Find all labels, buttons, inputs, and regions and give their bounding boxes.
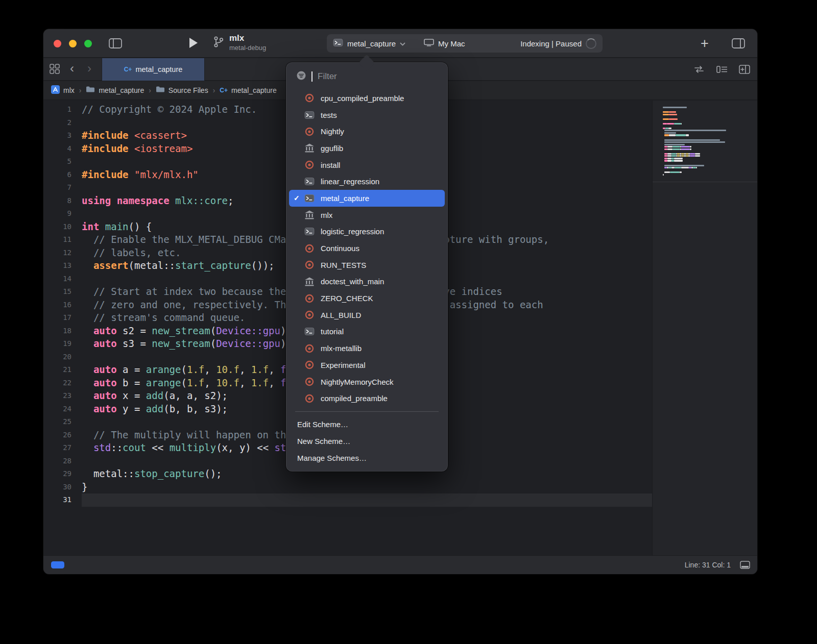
line-number[interactable]: 24 (43, 403, 71, 416)
line-number[interactable]: 6 (43, 168, 71, 182)
target-icon (304, 127, 315, 137)
line-number[interactable]: 21 (43, 363, 71, 377)
scheme-item-tests[interactable]: tests (289, 107, 445, 123)
toggle-navigator-icon[interactable] (109, 38, 122, 48)
scheme-item-label: cpu_compiled_preamble (321, 94, 404, 103)
scheme-item-label: mlx (321, 211, 332, 219)
scheme-item-compiled_preamble[interactable]: compiled_preamble (289, 390, 445, 407)
line-number[interactable]: 9 (43, 207, 71, 220)
line-number[interactable]: 23 (43, 389, 71, 403)
code-token: , (204, 364, 216, 375)
editor-bars-toggle-icon[interactable] (740, 561, 750, 569)
add-editor-icon[interactable] (739, 65, 750, 74)
line-number[interactable]: 8 (43, 194, 71, 208)
scheme-item-doctest_with_main[interactable]: doctest_with_main (289, 274, 445, 290)
line-number[interactable]: 18 (43, 325, 71, 338)
go-forward-button[interactable]: › (87, 61, 91, 76)
line-number[interactable]: 29 (43, 467, 71, 481)
breadcrumb-file[interactable]: C+ metal_capture (220, 86, 276, 94)
zoom-window-button[interactable] (84, 40, 92, 47)
line-number[interactable]: 22 (43, 377, 71, 390)
line-number[interactable]: 26 (43, 429, 71, 442)
breadcrumb-project[interactable]: mlx (51, 85, 75, 96)
line-number[interactable]: 28 (43, 455, 71, 468)
editor-options-icon[interactable] (716, 65, 728, 73)
indexing-status[interactable]: Indexing | Paused (520, 39, 582, 48)
breadcrumb-group-source-files[interactable]: Source Files (156, 86, 208, 95)
scheme-item-install[interactable]: install (289, 157, 445, 174)
menu-item-manage-schemes-[interactable]: Manage Schemes… (286, 450, 448, 466)
line-number[interactable]: 7 (43, 181, 71, 194)
line-number[interactable]: 12 (43, 246, 71, 260)
line-number[interactable]: 30 (43, 481, 71, 494)
code-token: (metal:: (129, 260, 176, 271)
line-number[interactable]: 4 (43, 142, 71, 156)
line-number[interactable]: 2 (43, 116, 71, 130)
line-number[interactable]: 27 (43, 441, 71, 455)
chevron-down-icon[interactable] (400, 39, 405, 48)
scheme-item-Experimental[interactable]: Experimental (289, 357, 445, 374)
executable-icon (304, 328, 315, 335)
code-line[interactable]: } (82, 481, 652, 494)
scheme-item-gguflib[interactable]: gguflib (289, 140, 445, 157)
minimap[interactable] (652, 101, 757, 555)
window-title: mlx (229, 33, 266, 43)
code-review-icon[interactable] (693, 65, 705, 73)
line-number[interactable]: 20 (43, 351, 71, 364)
run-button[interactable] (189, 38, 198, 48)
line-number[interactable]: 14 (43, 273, 71, 286)
scheme-item-cpu_compiled_preamble[interactable]: cpu_compiled_preamble (289, 90, 445, 107)
scheme-item-label: metal_capture (321, 194, 369, 203)
code-token: auto (93, 325, 117, 336)
scheme-item-metal_capture[interactable]: ✓metal_capture (289, 190, 445, 207)
desktop: { "colors": { "accent_blue": "#3e71e2", … (0, 0, 817, 644)
scheme-item-ALL_BUILD[interactable]: ALL_BUILD (289, 307, 445, 324)
line-number[interactable]: 5 (43, 155, 71, 168)
scheme-item-label: Nightly (321, 127, 344, 136)
destination-selector[interactable]: My Mac (438, 39, 465, 48)
code-token: #include (82, 130, 129, 141)
menu-item-new-scheme-[interactable]: New Scheme… (286, 433, 448, 450)
code-token: Device::gpu (216, 338, 280, 349)
scheme-item-tutorial[interactable]: tutorial (289, 324, 445, 340)
line-number[interactable]: 11 (43, 233, 71, 246)
scheme-selector[interactable]: metal_capture (347, 39, 396, 48)
scheme-item-Nightly[interactable]: Nightly (289, 123, 445, 140)
add-button[interactable]: + (696, 35, 713, 52)
close-window-button[interactable] (54, 40, 61, 47)
line-number[interactable]: 13 (43, 259, 71, 273)
scheme-item-mlx-metallib[interactable]: mlx-metallib (289, 340, 445, 357)
code-token: s3 = (117, 338, 152, 349)
line-number[interactable]: 15 (43, 285, 71, 299)
code-token (82, 364, 93, 375)
toggle-inspector-icon[interactable] (732, 38, 745, 48)
line-number[interactable]: 25 (43, 415, 71, 429)
line-number[interactable]: 3 (43, 129, 71, 142)
scheme-item-ZERO_CHECK[interactable]: ZERO_CHECK (289, 290, 445, 307)
go-back-button[interactable]: ‹ (70, 61, 74, 76)
code-line[interactable] (82, 493, 652, 507)
line-number[interactable]: 10 (43, 220, 71, 234)
breadcrumb-group-metal-capture[interactable]: metal_capture (86, 86, 144, 95)
scheme-destination-bar: metal_capture My Mac Indexing | Paused (327, 34, 603, 53)
scheme-item-RUN_TESTS[interactable]: RUN_TESTS (289, 257, 445, 274)
executable-icon (304, 178, 315, 185)
scheme-item-mlx[interactable]: mlx (289, 207, 445, 224)
scheme-item-linear_regression[interactable]: linear_regression (289, 173, 445, 190)
menu-item-edit-scheme-[interactable]: Edit Scheme… (286, 416, 448, 433)
related-items-grid-icon[interactable] (50, 64, 60, 74)
scheme-item-logistic_regression[interactable]: logistic_regression (289, 224, 445, 240)
line-number[interactable]: 31 (43, 493, 71, 507)
code-token: main (105, 221, 129, 232)
filter-icon (296, 70, 306, 83)
line-number[interactable]: 19 (43, 337, 71, 351)
scheme-item-NightlyMemoryCheck[interactable]: NightlyMemoryCheck (289, 374, 445, 390)
tab-metal-capture[interactable]: C+ metal_capture (102, 58, 205, 81)
minimize-window-button[interactable] (69, 40, 77, 47)
scheme-item-Continuous[interactable]: Continuous (289, 240, 445, 257)
line-number[interactable]: 16 (43, 299, 71, 312)
line-number[interactable]: 17 (43, 311, 71, 325)
scheme-item-label: logistic_regression (321, 227, 384, 236)
scheme-item-label: compiled_preamble (321, 394, 388, 403)
line-number[interactable]: 1 (43, 103, 71, 116)
